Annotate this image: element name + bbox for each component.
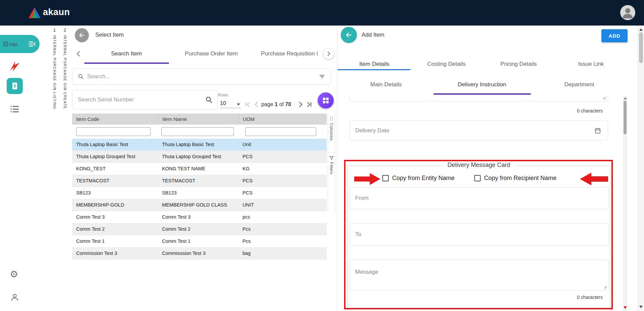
subtab-main-details[interactable]: Main Details [370,81,402,88]
panel-title: Add Item [362,32,384,38]
rows-per-page-select[interactable]: 10 [220,99,241,108]
delivery-date-field[interactable]: Delivery Date [350,121,608,140]
table-row[interactable]: Comm Test 3Comm Test 3pcs [72,211,327,223]
character-counter: 0 characters [577,108,603,114]
to-field[interactable]: To [350,223,609,246]
next-page-button[interactable] [297,100,305,108]
scroll-up-arrow-icon[interactable] [624,97,627,99]
character-counter: 0 characters [577,295,603,300]
table-row[interactable]: Thuta Laptop Basic TestThuta Laptop Basi… [72,139,327,151]
columns-tool[interactable]: Columns [329,123,334,141]
scroll-up-arrow-icon[interactable] [639,28,643,31]
table-cell: pcs [238,211,327,223]
calendar-icon[interactable] [594,127,601,134]
annotation-arrow-left-pointing [580,172,608,186]
table-row[interactable]: SB123SB123PCS [72,187,327,199]
table-cell: TESTMACOST [72,175,158,187]
back-button[interactable] [75,28,89,42]
table-cell: Commission Test 3 [72,248,158,259]
table-cell: Pcs [238,223,327,235]
table-row[interactable]: KONG_TESTKONG TEST NAMEKG [72,163,327,175]
table-row[interactable]: Comm Test 2Comm Test 2Pcs [72,223,327,235]
column-header-item-name[interactable]: Item Name [158,114,238,125]
table-cell: TESTMACOST [158,175,238,187]
table-cell: Comm Test 3 [72,211,158,223]
scrollbar-thumb[interactable] [624,101,627,134]
settings-icon[interactable]: ⚙ [10,269,18,279]
content-scrollbar[interactable] [623,95,627,311]
tabs-scroll-right-button[interactable] [323,48,334,59]
uom-filter-input[interactable] [245,127,316,136]
scroll-down-arrow-icon[interactable] [624,306,627,309]
scrollbar-thumb[interactable] [639,32,643,63]
tab-purchase-order-item[interactable]: Purchase Order Item [185,50,238,57]
item-name-filter-input[interactable] [161,127,234,136]
message-textarea[interactable]: Message [350,260,609,291]
drag-grip-icon[interactable] [329,116,333,121]
rows-per-page-label: Rows [218,93,228,97]
filters-tool[interactable]: Filters [329,162,334,175]
tab-pricing-details[interactable]: Pricing Details [500,61,537,68]
page-scrollbar[interactable] [638,26,644,311]
sidebar-logo-toggle[interactable]: logo [0,35,40,53]
grid-icon [322,97,329,104]
table-cell: Comm Test 1 [158,235,238,247]
module-tab-gin-listing[interactable]: 1 INTERNAL PURCHASE GIN LISTING [49,26,60,311]
column-header-item-code[interactable]: Item Code [72,114,158,125]
tabs-scroll-left-icon[interactable] [75,50,83,58]
profile-icon[interactable] [10,292,20,302]
billing-module-icon[interactable]: $ [7,78,23,94]
view-layout-button[interactable] [318,92,334,108]
subtab-delivery-instruction[interactable]: Delivery Instruction [458,81,506,88]
copy-entity-group: Copy from Entity Name [382,174,454,182]
resize-handle-icon[interactable] [603,96,606,100]
serial-search-input[interactable] [77,96,203,103]
first-page-button[interactable] [244,100,252,108]
filter-list-icon[interactable] [319,73,325,80]
user-avatar[interactable] [620,5,635,20]
tab-costing-details[interactable]: Costing Details [427,61,466,68]
last-page-button[interactable] [305,100,313,108]
scroll-down-arrow-icon[interactable] [639,306,643,308]
column-header-uom[interactable]: UOM [238,114,327,125]
from-field[interactable]: From [350,187,609,209]
subtab-department[interactable]: Department [565,81,594,88]
tab-issue-link[interactable]: Issue Link [578,61,604,68]
tab-purchase-requisition-item[interactable]: Purchase Requisition I [261,50,318,57]
previous-page-button[interactable] [253,100,261,108]
item-code-filter-input[interactable] [76,127,151,136]
add-button[interactable]: ADD [601,29,628,42]
tab-item-details[interactable]: Item Details [359,61,389,68]
table-cell: KONG_TEST [72,163,158,175]
table-cell: Unit [238,139,327,150]
table-row[interactable]: Commission Test 3Commisssion Test 3bag [72,248,327,260]
listing-module-icon[interactable] [10,105,19,114]
menu-toggle-icon[interactable] [28,40,36,48]
table-cell: SB123 [72,187,158,199]
back-button[interactable] [341,27,357,43]
app-logo-red-icon[interactable] [9,60,21,73]
table-row[interactable]: Thuta Laptop Grouped TestThuta Laptop Gr… [72,151,327,163]
table-row[interactable]: Comm Test 1Comm Test 1Pcs [72,235,327,248]
annotation-arrow-right-pointing [354,172,380,186]
table-row[interactable]: MEMBERSHIP-GOLDMEMBERSHIP GOLD CLASSUNIT [72,199,327,211]
table-cell: Thuta Laptop Basic Test [72,139,158,150]
module-tab-number: 2 [60,28,70,33]
module-tab-label: INTERNAL PURCHASE GIN LISTING [53,35,57,109]
filter-funnel-icon[interactable] [329,156,334,160]
copy-from-recipient-checkbox[interactable] [474,175,481,181]
from-label: From [355,195,369,202]
table-row[interactable]: TESTMACOSTTESTMACOSTPCS [72,175,327,187]
instruction-textarea[interactable] [350,95,608,101]
module-tab-gin-create[interactable]: 2 INTERNAL PURCHASE GIN CREATE [60,26,70,311]
copy-from-entity-checkbox[interactable] [382,175,389,181]
table-cell: Thuta Laptop Grouped Test [158,151,238,163]
item-search-input[interactable] [87,73,316,80]
search-icon[interactable] [205,96,213,103]
copy-from-recipient-label: Copy from Recipient Name [484,175,556,182]
serial-search-box [72,90,218,109]
resize-handle-icon[interactable] [604,285,607,289]
tab-search-item[interactable]: Search Item [111,50,142,57]
chevron-right-icon [325,50,332,57]
table-cell: KONG TEST NAME [158,163,238,175]
